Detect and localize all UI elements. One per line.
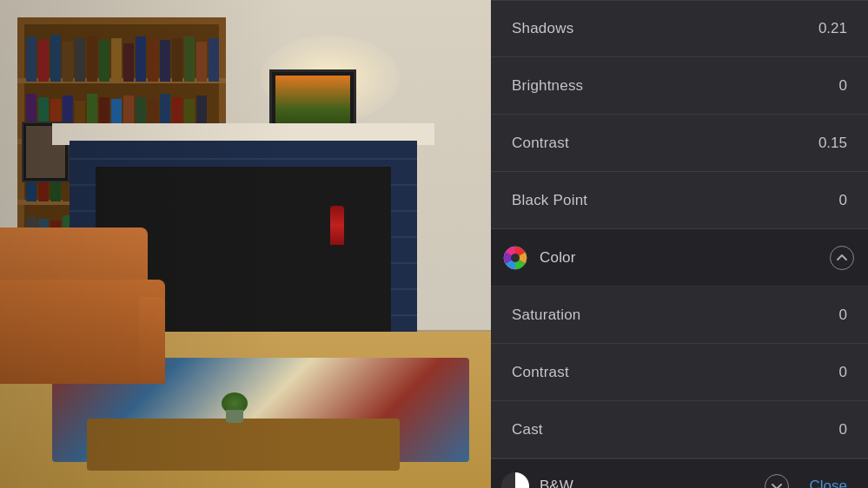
brightness-value: 0 xyxy=(812,77,847,95)
close-button[interactable]: Close xyxy=(803,474,854,489)
photo-panel xyxy=(0,0,491,488)
contrast-row[interactable]: Contrast 0.15 xyxy=(491,115,868,172)
color-section-header[interactable]: Color xyxy=(491,229,868,287)
color-chevron-button[interactable] xyxy=(830,246,854,270)
color-contrast-label: Contrast xyxy=(512,364,569,381)
color-contrast-row[interactable]: Contrast 0 xyxy=(491,344,868,401)
black-point-label: Black Point xyxy=(512,192,587,209)
color-contrast-value: 0 xyxy=(812,364,847,381)
room-scene xyxy=(0,0,491,488)
color-section-label: Color xyxy=(540,249,830,267)
coffee-table xyxy=(87,419,400,471)
contrast-value: 0.15 xyxy=(812,135,847,152)
bw-icon xyxy=(501,472,529,489)
shadows-label: Shadows xyxy=(512,20,573,37)
saturation-row[interactable]: Saturation 0 xyxy=(491,287,868,344)
brightness-label: Brightness xyxy=(512,77,583,95)
shadows-row[interactable]: Shadows 0.21 xyxy=(491,0,868,57)
cast-row[interactable]: Cast 0 xyxy=(491,401,868,458)
chevron-down-icon xyxy=(771,480,783,489)
contrast-label: Contrast xyxy=(512,135,569,152)
black-point-row[interactable]: Black Point 0 xyxy=(491,172,868,229)
svg-point-1 xyxy=(511,254,520,262)
brightness-row[interactable]: Brightness 0 xyxy=(491,57,868,115)
cast-label: Cast xyxy=(512,421,543,439)
plant xyxy=(222,392,248,423)
sofa xyxy=(0,228,165,384)
figurine xyxy=(330,206,344,245)
saturation-value: 0 xyxy=(812,307,847,324)
shadows-value: 0.21 xyxy=(812,20,847,37)
color-wheel-icon xyxy=(501,244,529,272)
saturation-label: Saturation xyxy=(512,307,581,324)
cast-value: 0 xyxy=(812,421,847,439)
bw-section[interactable]: B&W Close xyxy=(491,458,868,488)
black-point-value: 0 xyxy=(812,192,847,209)
bw-label: B&W xyxy=(540,478,765,489)
chevron-up-icon xyxy=(836,252,848,264)
bw-chevron-button[interactable] xyxy=(765,474,789,489)
controls-panel: Shadows 0.21 Brightness 0 Contrast 0.15 … xyxy=(491,0,868,488)
